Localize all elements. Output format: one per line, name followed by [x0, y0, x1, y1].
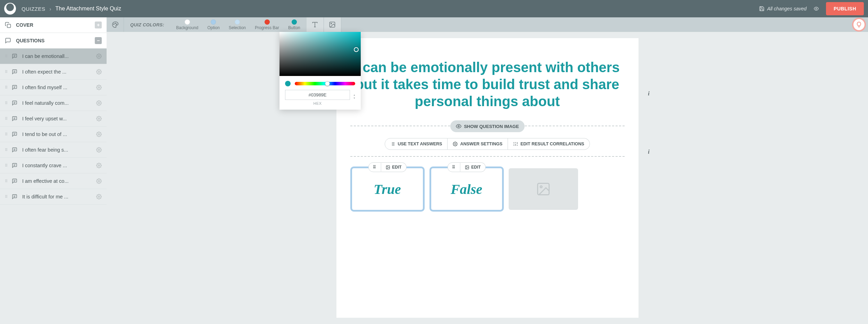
- color-swatch-progress-bar[interactable]: Progress Bar: [255, 19, 279, 30]
- image-placeholder-icon: [536, 181, 551, 197]
- svg-point-46: [455, 144, 456, 145]
- save-status: All changes saved: [759, 6, 807, 11]
- chat-icon: [11, 194, 18, 199]
- hue-thumb[interactable]: [325, 81, 330, 86]
- question-label: I feel very upset w...: [22, 116, 92, 121]
- gear-icon[interactable]: [96, 163, 102, 168]
- question-label: I feel naturally com...: [22, 100, 92, 106]
- edit-answer-button[interactable]: EDIT: [460, 162, 485, 172]
- color-swatch-selection[interactable]: Selection: [229, 19, 246, 30]
- add-cover-button[interactable]: +: [95, 22, 102, 28]
- chat-icon: [11, 53, 18, 59]
- image-icon: [465, 165, 469, 170]
- app-logo[interactable]: [4, 3, 16, 15]
- image-tool-button[interactable]: [324, 17, 341, 32]
- gear-icon[interactable]: [96, 53, 102, 59]
- publish-button[interactable]: PUBLISH: [826, 2, 864, 15]
- sidebar-section-cover[interactable]: COVER +: [0, 17, 107, 33]
- color-swatch-button[interactable]: Button: [288, 19, 300, 30]
- gear-icon[interactable]: [96, 194, 102, 199]
- chat-icon: [11, 147, 18, 153]
- chat-icon: [11, 178, 18, 184]
- gear-icon[interactable]: [96, 100, 102, 106]
- image-icon: [385, 165, 390, 170]
- svg-point-39: [458, 126, 459, 127]
- drag-answer-button[interactable]: ⠿: [368, 162, 381, 172]
- question-label: I constantly crave ...: [22, 163, 92, 168]
- drag-handle-icon[interactable]: ⠿: [5, 70, 7, 74]
- gear-icon[interactable]: [96, 69, 102, 75]
- add-answer-placeholder[interactable]: [509, 168, 578, 210]
- drag-handle-icon[interactable]: ⠿: [5, 148, 7, 152]
- hue-slider[interactable]: [295, 82, 355, 85]
- gear-icon[interactable]: [96, 85, 102, 90]
- color-swatch-background[interactable]: Background: [176, 19, 198, 30]
- answer-label: False: [451, 181, 482, 197]
- svg-point-0: [816, 8, 817, 9]
- question-label: I am effective at co...: [22, 178, 92, 184]
- sidebar-question-item[interactable]: ⠿ I constantly crave ...: [0, 158, 107, 173]
- gear-icon[interactable]: [96, 178, 102, 184]
- info-icon[interactable]: i: [645, 148, 652, 155]
- info-icon[interactable]: i: [645, 90, 652, 97]
- color-cursor[interactable]: [354, 47, 359, 52]
- chat-icon: [11, 163, 18, 168]
- drag-handle-icon[interactable]: ⠿: [5, 179, 7, 184]
- show-question-image-button[interactable]: SHOW QUESTION IMAGE: [450, 120, 524, 132]
- color-picker[interactable]: HEX ˄ ˅: [279, 32, 361, 110]
- drag-handle-icon[interactable]: ⠿: [5, 117, 7, 121]
- tips-button[interactable]: [853, 19, 865, 30]
- drag-answer-button[interactable]: ⠿: [447, 162, 460, 172]
- sidebar-question-item[interactable]: ⠿ I am effective at co...: [0, 173, 107, 189]
- editor-toolbar: QUIZ COLORS: BackgroundOptionSelectionPr…: [107, 17, 868, 32]
- svg-point-25: [98, 165, 100, 166]
- drag-handle-icon[interactable]: ⠿: [5, 163, 7, 168]
- sidebar-question-item[interactable]: ⠿ I often find myself ...: [0, 80, 107, 95]
- answer-card[interactable]: ⠿ EDIT True: [350, 167, 425, 212]
- sidebar-question-item[interactable]: ⠿ I tend to be out of ...: [0, 127, 107, 142]
- drag-handle-icon[interactable]: ⠿: [5, 132, 7, 137]
- color-saturation-area[interactable]: [279, 32, 361, 76]
- swatch-label: Selection: [229, 25, 246, 30]
- gear-icon[interactable]: [96, 131, 102, 137]
- gear-icon[interactable]: [96, 116, 102, 121]
- sidebar-question-item[interactable]: ⠿ I feel naturally com...: [0, 95, 107, 111]
- svg-point-33: [115, 23, 115, 24]
- sidebar-question-item[interactable]: ⠿ I often fear being s...: [0, 142, 107, 158]
- breadcrumb-section[interactable]: QUIZZES: [22, 6, 45, 12]
- drag-handle-icon[interactable]: ⠿: [5, 101, 7, 105]
- eye-icon: [456, 123, 461, 129]
- swatch-label: Background: [176, 25, 198, 30]
- answer-toolbar: USE TEXT ANSWERS ANSWER SETTINGS EDIT RE…: [350, 138, 625, 150]
- lightbulb-icon: [856, 22, 862, 28]
- drag-handle-icon[interactable]: ⠿: [5, 85, 7, 90]
- gear-icon[interactable]: [96, 147, 102, 153]
- use-text-answers-button[interactable]: USE TEXT ANSWERS: [385, 138, 448, 150]
- sidebar-question-item[interactable]: ⠿ I feel very upset w...: [0, 111, 107, 127]
- edit-correlations-button[interactable]: EDIT RESULT CORRELATIONS: [508, 138, 590, 150]
- chat-icon: [11, 85, 18, 90]
- svg-rect-1: [7, 24, 11, 28]
- color-format-toggle[interactable]: ˄ ˅: [353, 95, 355, 101]
- drag-handle-icon[interactable]: ⠿: [5, 54, 7, 59]
- edit-answer-button[interactable]: EDIT: [381, 162, 406, 172]
- answer-settings-button[interactable]: ANSWER SETTINGS: [448, 138, 508, 150]
- text-tool-button[interactable]: [307, 17, 324, 32]
- sidebar-question-item[interactable]: ⠿ I can be emotionall...: [0, 49, 107, 64]
- sidebar-question-item[interactable]: ⠿ I often expect the ...: [0, 64, 107, 80]
- hex-input[interactable]: [285, 90, 350, 100]
- sidebar-question-item[interactable]: ⠿ It is difficult for me ...: [0, 189, 107, 205]
- breadcrumb: QUIZZES › The Attachment Style Quiz: [22, 6, 121, 12]
- save-icon: [759, 6, 765, 11]
- answer-card[interactable]: ⠿ EDIT False: [429, 167, 504, 212]
- question-text[interactable]: I can be emotionally present with others…: [350, 59, 625, 110]
- palette-button[interactable]: [107, 17, 124, 32]
- chat-icon: [5, 37, 11, 44]
- color-swatch-option[interactable]: Option: [207, 19, 219, 30]
- sidebar-section-questions[interactable]: QUESTIONS −: [0, 33, 107, 49]
- collapse-questions-button[interactable]: −: [95, 37, 102, 44]
- preview-icon[interactable]: [813, 6, 820, 11]
- drag-handle-icon[interactable]: ⠿: [5, 195, 7, 199]
- page-title: The Attachment Style Quiz: [56, 6, 121, 12]
- answer-label: True: [374, 181, 401, 197]
